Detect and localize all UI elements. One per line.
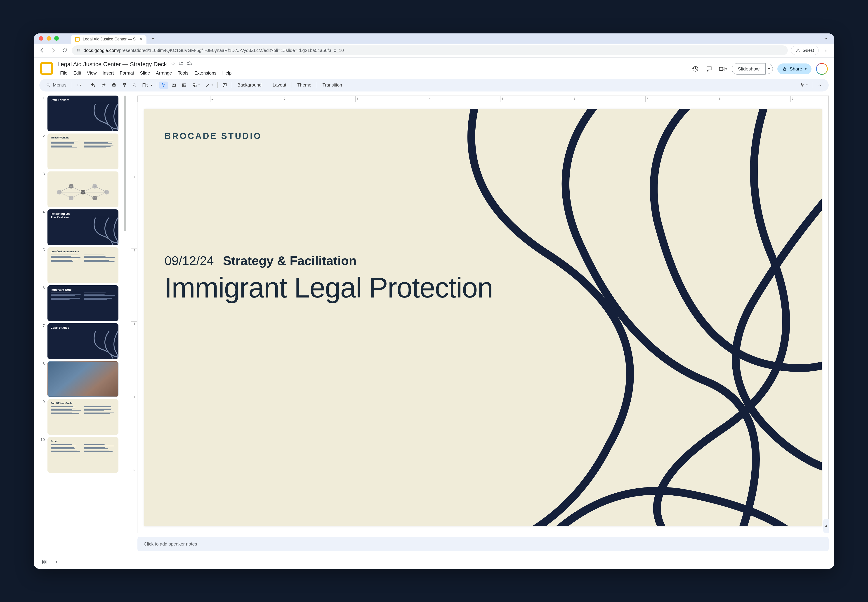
slide-subtitle[interactable]: Strategy & Facilitation [223,253,357,268]
guest-profile-button[interactable]: Guest [791,46,819,55]
document-title[interactable]: Legal Aid Justice Center — Strategy Deck [57,61,167,68]
title-block: Legal Aid Justice Center — Strategy Deck… [57,61,686,77]
slide-thumbnail[interactable]: Case Studies [48,323,119,359]
slide-thumbnail[interactable] [48,361,119,397]
menu-format[interactable]: Format [117,69,137,77]
filmstrip-scrollbar[interactable] [123,95,127,551]
comments-icon[interactable] [705,64,714,74]
collapse-toolbar-button[interactable] [816,82,824,89]
menu-file[interactable]: File [57,69,70,77]
reload-button[interactable] [61,46,69,54]
back-button[interactable] [38,46,46,54]
redo-button[interactable] [99,81,108,89]
side-panel-toggle[interactable]: ◂ [823,519,829,533]
svg-rect-1 [78,49,80,50]
zoom-tool-button[interactable] [130,81,139,89]
browser-menu-button[interactable] [822,46,830,54]
forward-button[interactable] [49,46,57,54]
layout-button[interactable]: Layout [269,81,289,89]
thumbnail-row: 6Important Note [39,285,119,321]
thumbnail-number: 3 [39,172,45,207]
tab-close-icon[interactable]: × [140,37,142,42]
shape-button[interactable]: ▾ [190,81,202,89]
slides-favicon-icon [75,37,80,41]
decorative-swirl-graphic [415,109,822,526]
explore-collapse-button[interactable] [52,558,61,566]
undo-button[interactable] [88,81,98,89]
minimize-window-button[interactable] [46,36,51,41]
slides-app-icon[interactable] [40,62,53,75]
comment-button[interactable] [220,81,229,89]
titlebar: Legal Aid Justice Center — Sl × + [34,34,834,44]
maximize-window-button[interactable] [54,36,59,41]
thumbnail-row: 5Low-Cost Improvements [39,247,119,283]
slide-thumbnail[interactable]: Important Note [48,285,119,321]
share-button[interactable]: Share ▾ [777,63,811,74]
slide-thumbnail[interactable]: Reflecting OnThe Past Year [48,209,119,245]
menu-tools[interactable]: Tools [175,69,191,77]
menu-bar: FileEditViewInsertFormatSlideArrangeTool… [57,69,686,77]
lock-icon [782,67,787,71]
line-button[interactable]: ▾ [203,81,215,89]
svg-rect-40 [43,562,44,564]
close-window-button[interactable] [39,36,43,41]
image-button[interactable] [180,81,189,89]
slideshow-button[interactable]: Slideshow [732,63,766,75]
transition-button[interactable]: Transition [319,81,345,89]
slide-thumbnail[interactable] [48,172,119,207]
menu-arrange[interactable]: Arrange [153,69,175,77]
header-actions: ▾ Slideshow ▾ Share ▾ [691,63,828,75]
search-menus[interactable]: Menus [44,83,69,88]
menu-insert[interactable]: Insert [100,69,117,77]
meet-icon[interactable]: ▾ [718,64,727,74]
account-avatar[interactable] [816,63,828,75]
slide-brand[interactable]: BROCADE STUDIO [165,131,262,141]
grid-view-button[interactable] [40,558,48,566]
speaker-notes[interactable]: Click to add speaker notes ◂ [137,537,829,551]
url-field[interactable]: docs.google.com/presentation/d/1L63im4QK… [72,45,788,55]
star-icon[interactable]: ☆ [171,61,175,68]
thumbnail-row: 8 [39,361,119,397]
text-box-button[interactable] [169,81,179,89]
paint-format-button[interactable] [120,81,129,89]
menu-edit[interactable]: Edit [71,69,84,77]
select-tool-button[interactable] [159,81,168,89]
slideshow-dropdown[interactable]: ▾ [765,64,773,74]
slide-thumbnail[interactable]: End Of Year Goals [48,399,119,435]
thumbnail-number: 6 [39,285,45,321]
tabs-dropdown-icon[interactable] [822,35,829,42]
svg-line-32 [71,186,83,192]
new-tab-button[interactable]: + [150,35,156,41]
svg-rect-10 [719,67,723,71]
vertical-ruler: 12345 [131,102,137,533]
new-slide-button[interactable]: +▾ [74,81,84,89]
svg-line-37 [95,192,106,198]
thumbnail-row: 2What's Working [39,134,119,169]
slide-canvas[interactable]: BROCADE STUDIO 09/12/24 Strategy & Facil… [137,102,829,533]
browser-tab[interactable]: Legal Aid Justice Center — Sl × [71,35,146,44]
slide-date[interactable]: 09/12/24 [165,253,214,268]
menu-view[interactable]: View [84,69,100,77]
history-icon[interactable] [691,64,700,74]
print-button[interactable] [109,81,119,89]
background-button[interactable]: Background [234,81,265,89]
editing-mode-button[interactable]: ▾ [798,81,810,89]
svg-rect-5 [78,51,80,52]
svg-line-33 [71,192,83,198]
menu-help[interactable]: Help [220,69,234,77]
slide-thumbnail[interactable]: What's Working [48,134,119,169]
zoom-level-dropdown[interactable]: Fit ▾ [140,81,154,89]
svg-rect-41 [45,562,46,564]
svg-rect-4 [77,51,78,52]
slide-thumbnail[interactable]: Low-Cost Improvements [48,247,119,283]
menu-slide[interactable]: Slide [137,69,152,77]
theme-button[interactable]: Theme [294,81,314,89]
thumbnail-number: 1 [39,95,45,131]
slide-thumbnail[interactable]: Recap [48,437,119,473]
cloud-status-icon[interactable] [187,61,192,68]
thumbnail-row: 3 [39,172,119,207]
slide-thumbnail[interactable]: Path Forward [48,95,119,131]
move-icon[interactable] [179,61,183,68]
menu-extensions[interactable]: Extensions [191,69,219,77]
svg-point-16 [133,84,135,86]
